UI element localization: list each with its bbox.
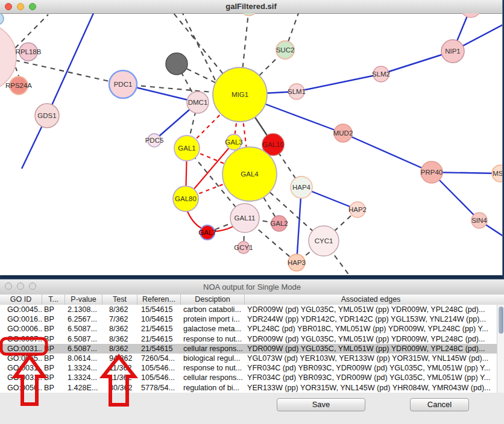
cell: YDR244W (pp) YDR142C, YDR142C (pp) YGL15… [245,314,497,324]
save-button[interactable]: Save [277,398,365,411]
cell: GO:0045... [0,305,42,314]
results-table: GO:0045...BP2.1308...8/36215/54615carbon… [0,305,497,393]
cell: 8/362 [102,334,137,344]
node-label: RPS24A [5,82,32,89]
node-label: GAL1 [178,145,195,152]
cell: 11/362 [102,373,137,382]
node-SLM1[interactable]: SLM1 [288,84,306,99]
cell: galactose meta... [181,324,245,334]
edge [15,60,123,84]
column-header-desciption[interactable]: Desciption [181,295,245,305]
table-row[interactable]: GO:0006...BP6.5087...8/36221/54615galact… [0,324,497,334]
cell: 6.2567... [65,314,102,324]
cancel-button[interactable]: Cancel [410,398,469,411]
cell: 80/362 [102,383,137,393]
node-label: GAL80 [175,195,197,202]
node-RPS24A[interactable]: RPS24A [5,76,32,95]
network-window: galFiltered.sif RPL18BRPS24AGDS1PDC1DMC1… [0,0,503,275]
network-window-title: galFiltered.sif [0,2,502,11]
node-HAP3[interactable]: HAP3 [288,254,306,271]
table-row[interactable]: GO:0050...BP1.428E...80/3625778/54...reg… [0,383,497,393]
cell: YDR009W (pd) YGL035C, YML051W (pp) YDR00… [245,334,497,344]
cell: BP [42,305,65,314]
scrollbar-thumb[interactable] [499,307,503,334]
cell: YER133W (pp) YOR315W, YNL145W (pd) YHR08… [245,383,497,393]
node-SLM2[interactable]: SLM2 [372,66,390,82]
table-header-row: GO IDT...P-valueTestReferen...Desciption… [0,295,504,305]
table-row[interactable]: GO:0065...BP8.0614...94/3627260/54...bio… [0,354,497,363]
column-header-p-value[interactable]: P-value [65,295,102,305]
node-label: SLM2 [372,70,390,78]
node-MSN[interactable]: MSN [492,165,502,182]
node-GAL11[interactable]: GAL11 [230,204,259,232]
node-label: MUD2 [333,129,353,137]
edge [47,13,93,116]
table-row[interactable]: GO:0045...BP2.1308...8/36215/54615carbon… [0,305,497,314]
node-label: CYC1 [315,237,333,245]
node-NIP1[interactable]: NIP1 [441,40,464,63]
cell: response to nut... [181,363,245,373]
node-SUC2[interactable]: SUC2 [276,41,295,59]
cell: carbon cataboli... [181,305,245,314]
cell: 105/546... [137,373,181,382]
cell: protein import i... [181,314,245,324]
table-row-selected[interactable]: GO:0031...BP6.5087...8/36221/54615cellul… [0,344,497,354]
cell: GO:0031... [0,373,42,382]
table-row[interactable]: GO:0031...BP1.3324...11/362105/546...res… [0,363,497,373]
cell: GO:0050... [0,383,42,393]
column-header-t-[interactable]: T... [42,295,65,305]
node-GAL1[interactable]: GAL1 [174,136,200,161]
node-HAP4[interactable]: HAP4 [291,176,312,198]
column-header-go-id[interactable]: GO ID [0,295,42,305]
node-GAL80[interactable]: GAL80 [173,186,198,211]
table-row[interactable]: GO:0007...BP6.5087...8/36221/54615respon… [0,334,497,344]
cell: GO:0006... [0,324,42,334]
vertical-scrollbar[interactable] [497,305,504,393]
node-PDC5[interactable]: PDC5 [145,134,164,147]
node[interactable] [166,53,187,75]
cell: YDR009W (pd) YGL035C, YML051W (pp) YDR00… [245,344,497,354]
node-label: RPL18B [16,48,42,55]
node-GAL3[interactable]: GAL3 [225,134,242,150]
cell: GO:0007... [0,334,42,344]
node-CYC1[interactable]: CYC1 [309,226,339,256]
node[interactable] [241,13,257,16]
node-PRP40[interactable]: PRP40 [421,161,443,183]
cell: 5778/54... [137,383,181,393]
node-GCY1[interactable]: GCY1 [234,242,253,254]
cell: YGL073W (pd) YER103W, YER133W (pp) YOR31… [245,354,497,363]
column-header-associated-edges[interactable]: Associated edges [245,295,497,305]
node[interactable] [0,13,4,25]
node-RPL18B[interactable]: RPL18B [16,43,42,61]
cell: 105/546... [137,363,181,373]
node-label: HAP3 [288,259,306,266]
cell: 94/362 [102,354,137,363]
cell: 7260/54... [137,354,181,363]
cell: cellular respons... [181,373,245,382]
node-HAP2[interactable]: HAP2 [348,202,367,217]
node-label: GCY1 [234,244,253,251]
node-GAL2[interactable]: GAL2 [270,216,288,231]
node-label: MSN [493,170,502,177]
node-GAL4[interactable]: GAL4 [222,147,277,201]
table-row[interactable]: GO:0016...BP6.2567...7/36210/54615protei… [0,314,497,324]
node-label: SIN4 [471,217,487,224]
node-SIN4[interactable]: SIN4 [471,213,487,228]
node-MUD2[interactable]: MUD2 [333,124,353,142]
column-header-test[interactable]: Test [102,295,137,305]
network-canvas[interactable]: RPL18BRPS24AGDS1PDC1DMC1MIG1SUC2SLM1SLM2… [0,13,502,275]
column-header-referen-[interactable]: Referen... [137,295,181,305]
table-row[interactable]: GO:0031...BP1.3324...11/362105/546...cel… [0,373,497,382]
noa-titlebar[interactable]: NOA output for Single Mode [0,279,504,295]
cell: 1.428E... [65,383,102,393]
cell: GO:0031... [0,344,42,354]
node-MIG1[interactable]: MIG1 [213,67,267,122]
node-DMC1[interactable]: DMC1 [187,92,209,113]
cell: 8/362 [102,305,137,314]
node-PDC1[interactable]: PDC1 [109,70,137,98]
cell: BP [42,334,65,344]
node[interactable] [461,13,481,17]
network-titlebar[interactable]: galFiltered.sif [0,0,502,14]
node-GDS1[interactable]: GDS1 [35,104,59,128]
cell: 6.5087... [65,334,102,344]
